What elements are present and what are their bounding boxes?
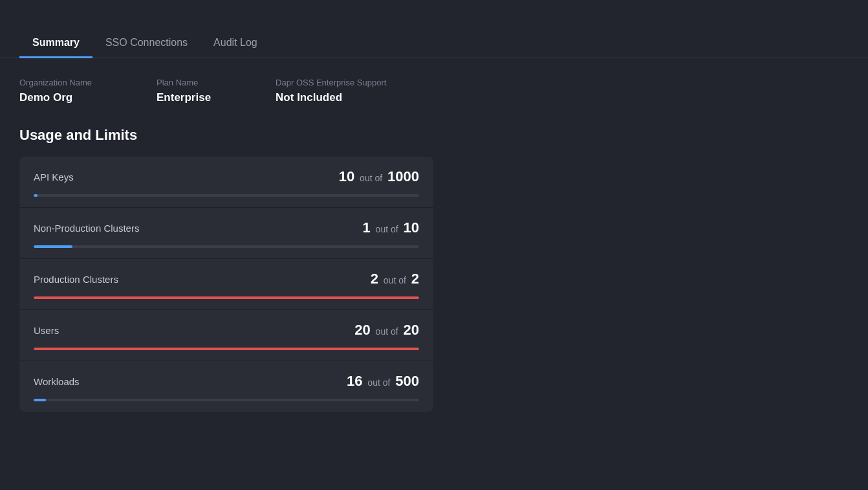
- metric-of-text-workloads: out of: [365, 377, 393, 388]
- progress-bar-container-non-production-clusters: [34, 245, 419, 248]
- metric-header-users: Users20 out of 20: [34, 322, 419, 339]
- org-name-value: Demo Org: [19, 91, 92, 104]
- metric-limit-non-production-clusters: 10: [404, 219, 419, 236]
- metric-current-non-production-clusters: 1: [362, 219, 370, 236]
- tab-audit-log[interactable]: Audit Log: [201, 29, 270, 58]
- metric-header-workloads: Workloads16 out of 500: [34, 373, 419, 390]
- progress-bar-fill-workloads: [34, 399, 46, 401]
- metric-cards-list: API Keys10 out of 1000Non-Production Clu…: [19, 157, 433, 412]
- metric-header-non-production-clusters: Non-Production Clusters1 out of 10: [34, 219, 419, 236]
- org-name-label: Organization Name: [19, 78, 92, 87]
- progress-bar-container-production-clusters: [34, 296, 419, 299]
- metric-of-text-production-clusters: out of: [381, 275, 409, 285]
- metric-limit-workloads: 500: [395, 373, 419, 389]
- metric-current-workloads: 16: [347, 373, 362, 389]
- support-label: Dapr OSS Enterprise Support: [276, 78, 386, 87]
- metric-limit-production-clusters: 2: [411, 271, 419, 287]
- metric-of-text-non-production-clusters: out of: [373, 224, 401, 234]
- support-value: Not Included: [276, 91, 386, 104]
- main-content: Organization Name Demo Org Plan Name Ent…: [0, 58, 868, 431]
- metric-card-users: Users20 out of 20: [19, 309, 433, 361]
- metric-name-workloads: Workloads: [34, 376, 80, 387]
- progress-bar-fill-users: [34, 348, 419, 350]
- progress-bar-fill-api-keys: [34, 194, 38, 197]
- tab-sso-connections[interactable]: SSO Connections: [92, 29, 201, 58]
- plan-name-value: Enterprise: [157, 91, 211, 104]
- org-info-row: Organization Name Demo Org Plan Name Ent…: [19, 78, 849, 104]
- progress-bar-container-workloads: [34, 399, 419, 401]
- metric-card-api-keys: API Keys10 out of 1000: [19, 157, 433, 207]
- metric-name-api-keys: API Keys: [34, 172, 74, 183]
- tab-summary[interactable]: Summary: [19, 29, 92, 58]
- metric-name-non-production-clusters: Non-Production Clusters: [34, 223, 139, 234]
- metric-of-text-users: out of: [373, 326, 401, 337]
- metric-card-production-clusters: Production Clusters2 out of 2: [19, 258, 433, 309]
- metric-current-users: 20: [354, 322, 370, 338]
- metric-limit-api-keys: 1000: [387, 168, 419, 184]
- org-name-block: Organization Name Demo Org: [19, 78, 92, 104]
- metric-current-production-clusters: 2: [371, 271, 378, 287]
- usage-section: Usage and Limits API Keys10 out of 1000N…: [19, 127, 849, 412]
- progress-bar-fill-production-clusters: [34, 296, 419, 299]
- metric-count-workloads: 16 out of 500: [347, 373, 419, 390]
- tabs-bar: Summary SSO Connections Audit Log: [0, 0, 868, 58]
- metric-card-non-production-clusters: Non-Production Clusters1 out of 10: [19, 207, 433, 258]
- metric-count-production-clusters: 2 out of 2: [371, 271, 419, 287]
- metric-name-production-clusters: Production Clusters: [34, 274, 118, 285]
- metric-of-text-api-keys: out of: [357, 173, 385, 183]
- plan-name-label: Plan Name: [157, 78, 211, 87]
- progress-bar-container-api-keys: [34, 194, 419, 197]
- metric-header-production-clusters: Production Clusters2 out of 2: [34, 271, 419, 287]
- metric-card-workloads: Workloads16 out of 500: [19, 361, 433, 412]
- metric-count-non-production-clusters: 1 out of 10: [362, 219, 419, 236]
- usage-section-title: Usage and Limits: [19, 127, 849, 144]
- metric-count-api-keys: 10 out of 1000: [339, 168, 419, 185]
- page-container: Summary SSO Connections Audit Log Organi…: [0, 0, 868, 490]
- progress-bar-fill-non-production-clusters: [34, 245, 72, 248]
- metric-count-users: 20 out of 20: [354, 322, 419, 339]
- plan-name-block: Plan Name Enterprise: [157, 78, 211, 104]
- metric-current-api-keys: 10: [339, 168, 354, 184]
- metric-name-users: Users: [34, 325, 59, 336]
- metric-header-api-keys: API Keys10 out of 1000: [34, 168, 419, 185]
- metric-limit-users: 20: [404, 322, 419, 338]
- support-block: Dapr OSS Enterprise Support Not Included: [276, 78, 386, 104]
- progress-bar-container-users: [34, 348, 419, 350]
